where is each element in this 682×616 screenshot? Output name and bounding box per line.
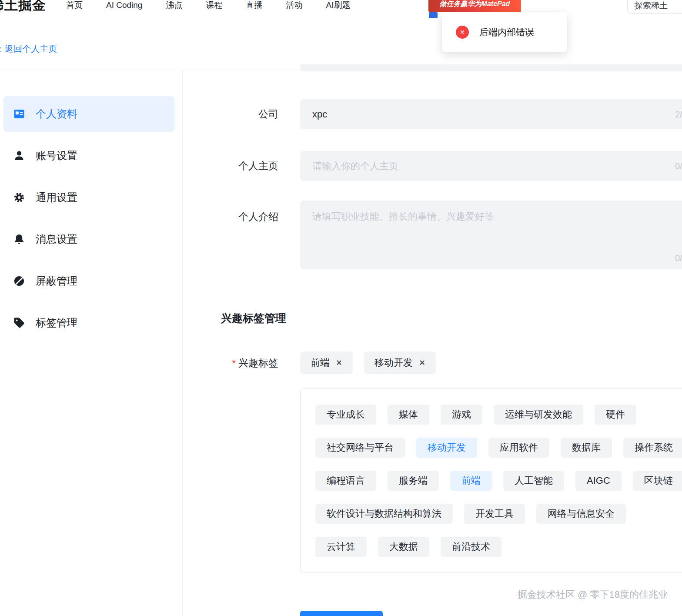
- back-to-profile-link[interactable]: ‹ 返回个人主页: [0, 43, 57, 55]
- id-card-icon: [13, 108, 25, 120]
- block-icon: [13, 275, 25, 287]
- tag-option[interactable]: 网络与信息安全: [536, 504, 626, 524]
- tag-option[interactable]: 游戏: [441, 405, 482, 425]
- homepage-label: 个人主页: [202, 159, 278, 173]
- bell-icon: [13, 233, 25, 245]
- user-icon: [13, 150, 25, 162]
- tag-option[interactable]: 服务端: [388, 471, 439, 491]
- intro-label: 个人介绍: [202, 210, 278, 224]
- tag-option-selected[interactable]: 前端: [450, 471, 492, 491]
- back-arrow-icon: ‹: [0, 45, 1, 53]
- remove-tag-icon[interactable]: ✕: [336, 358, 342, 368]
- settings-page: 稀土掘金 首页 AI Coding 沸点 课程 直播 活动 AI刷题 做任务赢华…: [0, 0, 682, 616]
- interest-tags-label-text: 兴趣标签: [238, 357, 278, 368]
- sidebar-item-label: 个人资料: [36, 107, 77, 121]
- selected-tag-mobile-dev[interactable]: 移动开发 ✕: [364, 352, 436, 374]
- tag-option[interactable]: 大数据: [378, 537, 429, 557]
- tag-option[interactable]: 云计算: [315, 537, 367, 557]
- error-toast: ✕ 后端内部错误: [442, 12, 567, 52]
- nav-item-events[interactable]: 活动: [286, 0, 302, 11]
- tag-option[interactable]: 人工智能: [503, 471, 564, 491]
- nav-item-ai-coding[interactable]: AI Coding: [106, 0, 142, 10]
- nav-item-pins[interactable]: 沸点: [166, 0, 182, 11]
- nav-item-ai-quiz[interactable]: AI刷题: [326, 0, 350, 11]
- tag-row: 云计算 大数据 前沿技术: [315, 537, 682, 557]
- search-box[interactable]: 探索稀土: [627, 0, 682, 14]
- company-label: 公司: [202, 107, 278, 121]
- toast-message: 后端内部错误: [479, 26, 534, 38]
- interest-section-title: 兴趣标签管理: [221, 311, 682, 325]
- tag-option[interactable]: 软件设计与数据结构和算法: [315, 504, 453, 524]
- sidebar-item-block[interactable]: 屏蔽管理: [3, 263, 174, 299]
- required-asterisk: *: [232, 358, 236, 368]
- gear-icon: [13, 191, 25, 204]
- search-text: 探索稀土: [635, 0, 668, 11]
- homepage-input[interactable]: 请输入你的个人主页 0/: [300, 151, 682, 181]
- tag-row: 软件设计与数据结构和算法 开发工具 网络与信息安全: [315, 504, 682, 524]
- promo-banner-text: 做任务赢华为MatePad: [440, 0, 510, 9]
- tag-option[interactable]: 硬件: [595, 405, 636, 425]
- tag-option[interactable]: 操作系统: [623, 438, 682, 458]
- tag-option[interactable]: 媒体: [388, 405, 429, 425]
- remove-tag-icon[interactable]: ✕: [419, 358, 425, 368]
- homepage-placeholder: 请输入你的个人主页: [312, 160, 398, 173]
- tag-option[interactable]: 区块链: [633, 471, 682, 491]
- nav-item-live[interactable]: 直播: [246, 0, 262, 11]
- tag-icon: [13, 317, 25, 329]
- sidebar-item-label: 标签管理: [36, 316, 77, 330]
- tag-option[interactable]: 专业成长: [315, 405, 376, 425]
- interest-tags-row: *兴趣标签 前端 ✕ 移动开发 ✕: [202, 352, 682, 374]
- save-button[interactable]: [300, 611, 383, 616]
- tag-option[interactable]: 应用软件: [488, 438, 549, 458]
- promo-banner[interactable]: 做任务赢华为MatePad: [428, 0, 521, 12]
- sidebar-item-label: 通用设置: [36, 191, 77, 204]
- intro-char-counter: 0/: [675, 253, 682, 263]
- error-x-icon: ✕: [456, 26, 469, 39]
- intro-textarea[interactable]: 请填写职业技能、擅长的事情、兴趣爱好等 0/: [300, 201, 682, 269]
- sidebar-item-profile[interactable]: 个人资料: [3, 96, 174, 132]
- profile-form: 公司 xpc 2/ 个人主页 请输入你的个人主页 0/ 个人介绍 请填写职业技能…: [202, 70, 682, 573]
- tag-option[interactable]: 编程语言: [315, 471, 376, 491]
- intro-row: 个人介绍 请填写职业技能、擅长的事情、兴趣爱好等 0/: [202, 201, 682, 269]
- input-partial-top[interactable]: [300, 64, 682, 71]
- selected-tags: 前端 ✕ 移动开发 ✕: [300, 352, 436, 374]
- company-row: 公司 xpc 2/: [202, 99, 682, 129]
- top-navigation: 稀土掘金 首页 AI Coding 沸点 课程 直播 活动 AI刷题 做任务赢华…: [0, 0, 682, 13]
- sidebar-item-account[interactable]: 账号设置: [3, 138, 174, 174]
- company-value: xpc: [312, 109, 327, 120]
- sidebar-item-label: 屏蔽管理: [36, 274, 77, 288]
- main-nav: 首页 AI Coding 沸点 课程 直播 活动 AI刷题: [66, 0, 350, 13]
- selected-tag-label: 移动开发: [374, 356, 413, 369]
- settings-sidebar: 个人资料 账号设置 通用设置 消息设置 屏蔽管理: [0, 70, 183, 616]
- juejin-logo[interactable]: 稀土掘金: [0, 0, 46, 14]
- tag-option[interactable]: 社交网络与平台: [315, 438, 405, 458]
- homepage-row: 个人主页 请输入你的个人主页 0/: [202, 151, 682, 181]
- tag-row: 社交网络与平台 移动开发 应用软件 数据库 操作系统: [315, 438, 682, 458]
- homepage-char-counter: 0/: [675, 161, 682, 171]
- tag-row: 编程语言 服务端 前端 人工智能 AIGC 区块链: [315, 471, 682, 491]
- sidebar-item-label: 账号设置: [36, 149, 77, 163]
- intro-placeholder: 请填写职业技能、擅长的事情、兴趣爱好等: [312, 210, 494, 223]
- tag-options-panel: 专业成长 媒体 游戏 运维与研发效能 硬件 社交网络与平台 移动开发 应用软件 …: [300, 388, 682, 573]
- tag-row: 专业成长 媒体 游戏 运维与研发效能 硬件: [315, 405, 682, 425]
- back-row: ‹ 返回个人主页: [0, 43, 57, 55]
- sidebar-item-tags[interactable]: 标签管理: [3, 305, 174, 341]
- tag-option[interactable]: 运维与研发效能: [494, 405, 583, 425]
- tag-option-selected[interactable]: 移动开发: [416, 438, 477, 458]
- sidebar-item-label: 消息设置: [36, 232, 77, 246]
- sidebar-item-general[interactable]: 通用设置: [3, 180, 174, 215]
- tag-option[interactable]: 前沿技术: [441, 537, 501, 557]
- selected-tag-label: 前端: [311, 356, 330, 369]
- tag-option[interactable]: 开发工具: [464, 504, 525, 524]
- company-input[interactable]: xpc 2/: [300, 99, 682, 129]
- nav-item-courses[interactable]: 课程: [206, 0, 222, 11]
- tag-option[interactable]: 数据库: [561, 438, 612, 458]
- selected-tag-frontend[interactable]: 前端 ✕: [300, 352, 353, 374]
- sidebar-item-message[interactable]: 消息设置: [3, 221, 174, 257]
- interest-tags-label: *兴趣标签: [202, 356, 278, 370]
- company-char-counter: 2/: [675, 109, 682, 119]
- nav-item-home[interactable]: 首页: [66, 0, 83, 11]
- tag-option[interactable]: AIGC: [575, 471, 622, 491]
- back-link-label: 返回个人主页: [5, 43, 57, 55]
- watermark: 掘金技术社区 @ 零下18度的佳兆业: [518, 588, 668, 601]
